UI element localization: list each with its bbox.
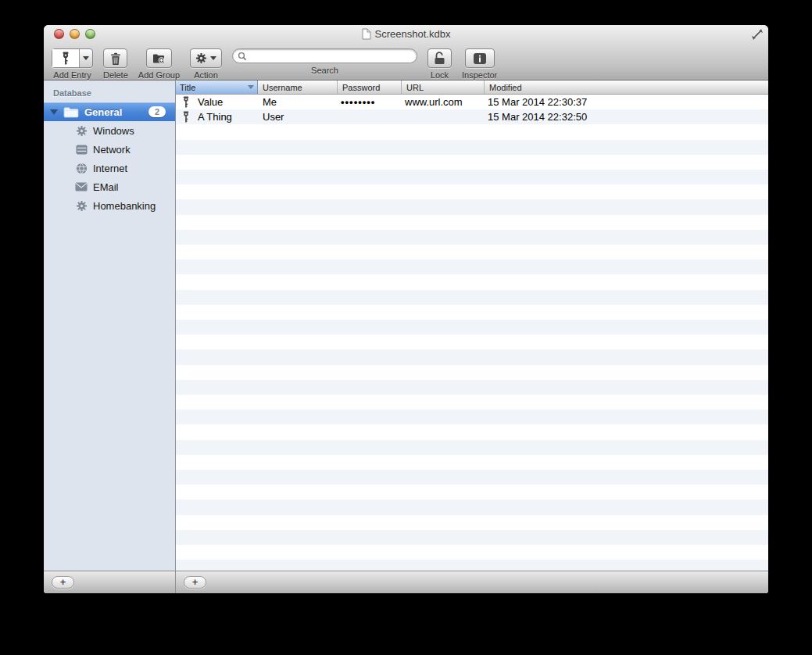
add-entry-plus-button[interactable]: + (184, 576, 206, 589)
key-icon (182, 111, 190, 123)
entry-username: User (258, 111, 337, 123)
toolbar: Add Entry (44, 43, 768, 80)
sidebar-item-homebanking[interactable]: Homebanking (44, 196, 175, 215)
sidebar-item-label: General (84, 106, 122, 118)
folder-icon (63, 106, 79, 118)
inspector-label: Inspector (462, 70, 497, 80)
sidebar-section-header: Database (44, 81, 175, 102)
close-button[interactable] (54, 29, 64, 39)
column-header-url[interactable]: URL (401, 81, 484, 94)
gear-icon (75, 199, 88, 212)
server-icon (75, 143, 88, 156)
column-header-password[interactable]: Password (337, 81, 401, 94)
add-entry-label: Add Entry (53, 70, 91, 80)
inspector-item: Inspector (462, 48, 497, 80)
sidebar-item-internet[interactable]: Internet (44, 159, 175, 177)
titlebar[interactable]: Screenshot.kdbx (44, 25, 768, 43)
sidebar-item-email[interactable]: EMail (44, 177, 175, 196)
lock-button[interactable] (427, 48, 452, 68)
info-icon (473, 52, 487, 65)
disclosure-triangle-icon[interactable] (50, 109, 58, 115)
column-header-modified[interactable]: Modified (484, 81, 768, 94)
column-header-title[interactable]: Title (176, 81, 258, 94)
search-item: Search (232, 48, 417, 75)
sidebar-bottom-bar: + (44, 571, 175, 593)
entry-username: Me (258, 96, 337, 108)
window-chrome: Screenshot.kdbx (44, 25, 768, 81)
key-icon (61, 52, 70, 65)
add-group-plus-button[interactable]: + (52, 576, 74, 589)
action-label: Action (194, 70, 218, 80)
minimize-button[interactable] (70, 29, 80, 39)
gear-icon (195, 52, 207, 64)
globe-icon (75, 162, 88, 174)
search-input[interactable] (247, 51, 412, 62)
entry-modified: 15 Mar 2014 22:32:50 (484, 111, 768, 123)
sidebar-item-windows[interactable]: Windows (44, 121, 175, 140)
search-field[interactable] (232, 48, 417, 63)
lock-label: Lock (431, 70, 449, 80)
sidebar-item-label: Network (93, 144, 131, 156)
entry-count-badge: 2 (148, 106, 166, 117)
entry-list-pane: Title Username Password URL Modified (176, 81, 768, 593)
unlock-icon (433, 52, 447, 65)
chevron-down-icon (83, 56, 89, 60)
gear-icon (75, 124, 88, 137)
sidebar-item-label: Homebanking (93, 200, 156, 212)
entry-title: A Thing (198, 111, 232, 123)
column-header-username[interactable]: Username (258, 81, 337, 94)
sort-descending-icon (248, 85, 254, 89)
action-item: Action (190, 48, 222, 80)
add-group-label: Add Group (138, 70, 180, 80)
entry-modified: 15 Mar 2014 22:30:37 (484, 96, 768, 108)
envelope-icon (75, 181, 88, 193)
document-icon (362, 28, 371, 40)
delete-item: Delete (103, 48, 128, 80)
delete-label: Delete (103, 70, 128, 80)
folder-plus-icon (152, 53, 166, 64)
entry-password: •••••••• (337, 96, 401, 108)
sidebar-item-general[interactable]: General 2 (44, 102, 175, 121)
sidebar: Database General 2 (44, 81, 176, 593)
search-label: Search (311, 66, 338, 75)
entry-title: Value (198, 96, 223, 108)
add-group-item: Add Group (138, 48, 180, 80)
table-header: Title Username Password URL Modified (176, 81, 768, 95)
fullscreen-icon[interactable] (751, 28, 764, 41)
traffic-lights (54, 29, 95, 39)
add-group-button[interactable] (146, 48, 172, 68)
main-bottom-bar: + (176, 571, 768, 593)
zoom-button[interactable] (85, 29, 95, 39)
action-button[interactable] (190, 48, 222, 68)
key-icon (182, 96, 190, 108)
add-entry-button[interactable] (52, 48, 93, 68)
entry-list[interactable]: Value Me •••••••• www.url.com 15 Mar 201… (176, 95, 768, 571)
sidebar-item-network[interactable]: Network (44, 140, 175, 159)
chevron-down-icon (210, 56, 216, 60)
search-icon (238, 52, 247, 61)
sidebar-item-label: EMail (93, 181, 119, 193)
add-entry-item: Add Entry (52, 48, 93, 80)
trash-icon (110, 52, 121, 65)
window-title: Screenshot.kdbx (375, 28, 451, 40)
sidebar-item-label: Windows (93, 125, 134, 137)
delete-button[interactable] (103, 48, 127, 68)
sidebar-item-label: Internet (93, 163, 127, 174)
app-window: Screenshot.kdbx (44, 25, 768, 593)
inspector-button[interactable] (465, 48, 495, 68)
lock-item: Lock (427, 48, 452, 80)
table-row[interactable]: Value Me •••••••• www.url.com 15 Mar 201… (176, 95, 768, 109)
entry-url: www.url.com (401, 96, 484, 108)
table-row[interactable]: A Thing User 15 Mar 2014 22:32:50 (176, 109, 768, 124)
